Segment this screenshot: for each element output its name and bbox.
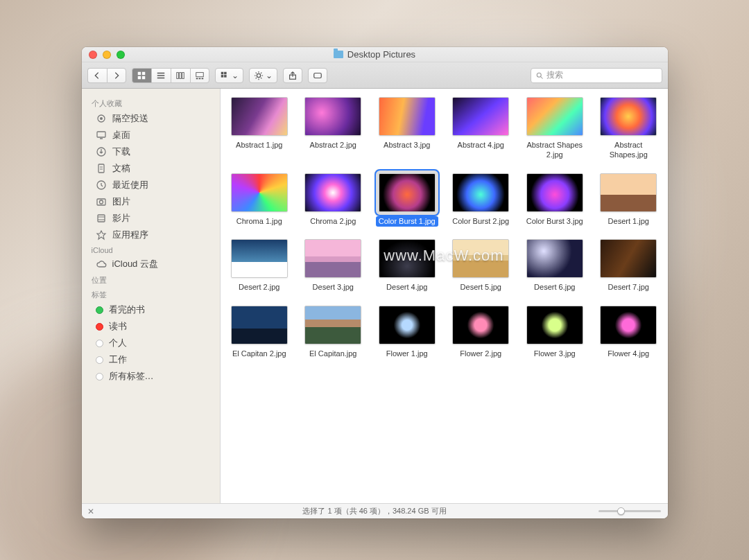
svg-rect-21 [97, 132, 105, 137]
file-grid: Abstract 1.jpgAbstract 2.jpgAbstract 3.j… [226, 97, 662, 360]
file-name: Abstract 1.jpg [233, 140, 285, 151]
sidebar-item[interactable]: 下载 [82, 143, 220, 160]
svg-rect-8 [196, 78, 198, 79]
recent-icon [96, 180, 107, 191]
search-wrap: 搜索 [531, 68, 662, 83]
folder-icon [334, 51, 343, 58]
file-item[interactable]: Abstract 4.jpg [447, 97, 515, 161]
file-thumbnail [231, 239, 288, 278]
content-area[interactable]: Abstract 1.jpgAbstract 2.jpgAbstract 3.j… [221, 89, 668, 503]
tags-button[interactable] [308, 68, 327, 83]
sidebar-item[interactable]: 工作 [82, 351, 220, 368]
sidebar-item[interactable]: 所有标签… [82, 368, 220, 385]
svg-rect-14 [224, 75, 227, 78]
sidebar-item[interactable]: 隔空投送 [82, 110, 220, 127]
view-column-button[interactable] [171, 68, 190, 83]
path-bar-close-icon[interactable]: ✕ [87, 507, 94, 516]
close-button[interactable] [89, 51, 97, 59]
action-button[interactable]: ⌄ [249, 68, 277, 83]
svg-rect-13 [224, 71, 227, 74]
photo-icon [96, 196, 107, 207]
file-thumbnail [452, 173, 509, 212]
file-thumbnail [304, 239, 361, 278]
file-thumbnail [379, 306, 436, 344]
sidebar-item[interactable]: 文稿 [82, 160, 220, 177]
file-item[interactable]: Color Burst 3.jpg [522, 173, 589, 227]
file-item[interactable]: Desert 7.jpg [595, 239, 662, 293]
view-list-button[interactable] [151, 68, 171, 83]
search-input[interactable]: 搜索 [531, 68, 662, 83]
file-name: Color Burst 3.jpg [524, 216, 586, 227]
file-thumbnail [231, 97, 288, 136]
icon-size-slider[interactable] [599, 510, 661, 512]
status-text: 选择了 1 项（共 46 项），348.24 GB 可用 [302, 506, 446, 516]
file-item[interactable]: Flower 4.jpg [595, 306, 662, 360]
slider-thumb[interactable] [617, 507, 625, 515]
file-name: Abstract 4.jpg [455, 140, 507, 151]
sidebar-item-label: 看完的书 [109, 304, 145, 316]
file-thumbnail [304, 306, 361, 344]
file-item[interactable]: Chroma 1.jpg [226, 173, 293, 227]
chevron-left-icon [92, 71, 102, 80]
forward-button[interactable] [107, 68, 126, 83]
file-item[interactable]: El Capitan 2.jpg [226, 306, 293, 360]
file-item[interactable]: Abstract 2.jpg [300, 97, 367, 161]
file-item[interactable]: Desert 1.jpg [595, 173, 662, 227]
file-name: Abstract 2.jpg [307, 140, 359, 151]
airdrop-icon [96, 113, 107, 124]
sidebar-item-label: 所有标签… [109, 370, 154, 383]
file-item[interactable]: Chroma 2.jpg [300, 173, 367, 227]
sidebar-item[interactable]: 图片 [82, 193, 220, 210]
gallery-icon [195, 71, 205, 80]
view-gallery-button[interactable] [190, 68, 209, 83]
file-item[interactable]: Desert 4.jpg [374, 239, 441, 293]
file-item[interactable]: Desert 3.jpg [300, 239, 367, 293]
sidebar-item-label: 下载 [112, 146, 130, 158]
file-name: Flower 1.jpg [384, 349, 431, 360]
svg-rect-6 [182, 72, 184, 78]
doc-icon [96, 163, 107, 174]
sidebar-item[interactable]: 影片 [82, 210, 220, 227]
svg-rect-12 [221, 75, 223, 78]
file-name: Desert 3.jpg [310, 282, 356, 293]
svg-rect-17 [313, 73, 321, 78]
sidebar-item-label: 最近使用 [112, 179, 148, 191]
file-item[interactable]: Flower 1.jpg [374, 306, 441, 360]
back-button[interactable] [87, 68, 107, 83]
file-item[interactable]: Desert 2.jpg [226, 239, 293, 293]
file-thumbnail [379, 173, 436, 212]
file-thumbnail [304, 173, 361, 212]
file-item[interactable]: Abstract 1.jpg [226, 97, 293, 161]
zoom-button[interactable] [117, 51, 125, 59]
file-thumbnail [231, 173, 288, 212]
sidebar-item[interactable]: 桌面 [82, 127, 220, 143]
arrange-button[interactable]: ⌄ [215, 68, 243, 83]
minimize-button[interactable] [103, 51, 111, 59]
view-icon-button[interactable] [132, 68, 151, 83]
file-thumbnail [600, 173, 657, 212]
file-item[interactable]: El Capitan.jpg [300, 306, 367, 360]
file-item[interactable]: Desert 5.jpg [447, 239, 515, 293]
file-item[interactable]: Abstract Shapes 2.jpg [522, 97, 589, 161]
file-name: Desert 4.jpg [384, 282, 430, 293]
sidebar-item[interactable]: 读书 [82, 318, 220, 335]
sidebar-item[interactable]: 看完的书 [82, 301, 220, 318]
sidebar-item[interactable]: 个人 [82, 335, 220, 351]
file-thumbnail [304, 97, 361, 136]
file-item[interactable]: Color Burst 2.jpg [447, 173, 515, 227]
file-item[interactable]: Color Burst 1.jpg [374, 173, 441, 227]
sidebar-item[interactable]: 最近使用 [82, 177, 220, 193]
tag-dot-icon [96, 306, 103, 314]
sidebar: 个人收藏隔空投送桌面下载文稿最近使用图片影片应用程序iCloudiCloud 云… [82, 89, 221, 503]
sidebar-item[interactable]: 应用程序 [82, 227, 220, 243]
share-button[interactable] [283, 68, 302, 83]
sidebar-item[interactable]: iCloud 云盘 [82, 256, 220, 272]
file-item[interactable]: Flower 2.jpg [447, 306, 515, 360]
file-item[interactable]: Flower 3.jpg [522, 306, 589, 360]
file-item[interactable]: Desert 6.jpg [522, 239, 589, 293]
file-item[interactable]: Abstract 3.jpg [374, 97, 441, 161]
file-item[interactable]: Abstract Shapes.jpg [595, 97, 662, 161]
file-thumbnail [452, 306, 509, 344]
sidebar-item-label: iCloud 云盘 [112, 258, 158, 270]
window-body: 个人收藏隔空投送桌面下载文稿最近使用图片影片应用程序iCloudiCloud 云… [82, 89, 668, 503]
